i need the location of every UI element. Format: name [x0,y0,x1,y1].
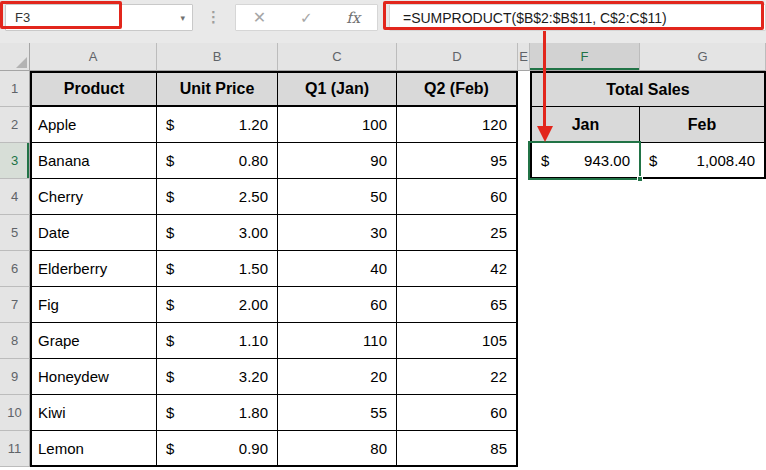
row-header-4[interactable]: 4 [0,179,30,215]
cell-a1[interactable]: Product [30,71,157,107]
cell-e2[interactable] [518,107,530,143]
cell-g6[interactable] [640,251,766,287]
cell-a8[interactable]: Grape [30,323,157,359]
cell-b9[interactable]: $3.20 [157,359,278,395]
cell-b10[interactable]: $1.80 [157,395,278,431]
cell-d9[interactable]: 22 [397,359,518,395]
cell-b8[interactable]: $1.10 [157,323,278,359]
cell-e8[interactable] [518,323,530,359]
cell-f10[interactable] [530,395,640,431]
cell-c3[interactable]: 90 [278,143,397,179]
cell-c10[interactable]: 55 [278,395,397,431]
cell-a7[interactable]: Fig [30,287,157,323]
cell-b6[interactable]: $1.50 [157,251,278,287]
cell-b1[interactable]: Unit Price [157,71,278,107]
cell-f3-selected[interactable]: $943.00 [530,143,640,179]
cell-g2-feb[interactable]: Feb [640,107,766,143]
cell-d5[interactable]: 25 [397,215,518,251]
cell-g5[interactable] [640,215,766,251]
cell-c7[interactable]: 60 [278,287,397,323]
cell-a5[interactable]: Date [30,215,157,251]
cell-d10[interactable]: 60 [397,395,518,431]
cell-d7[interactable]: 65 [397,287,518,323]
enter-icon[interactable]: ✓ [300,9,313,27]
cell-c2[interactable]: 100 [278,107,397,143]
cell-a3[interactable]: Banana [30,143,157,179]
select-all-corner[interactable] [0,43,30,71]
cell-a10[interactable]: Kiwi [30,395,157,431]
row-header-11[interactable]: 11 [0,431,30,467]
cell-c8[interactable]: 110 [278,323,397,359]
cell-g3[interactable]: $1,008.40 [640,143,766,179]
column-header-e[interactable]: E [518,43,530,71]
cell-a4[interactable]: Cherry [30,179,157,215]
cancel-icon[interactable]: ✕ [253,8,266,27]
cell-d8[interactable]: 105 [397,323,518,359]
cell-c5[interactable]: 30 [278,215,397,251]
cell-a6[interactable]: Elderberry [30,251,157,287]
cell-e1[interactable] [518,71,530,107]
cell-b3[interactable]: $0.80 [157,143,278,179]
cell-f9[interactable] [530,359,640,395]
cell-c4[interactable]: 50 [278,179,397,215]
cell-g4[interactable] [640,179,766,215]
cell-a9[interactable]: Honeydew [30,359,157,395]
cell-e5[interactable] [518,215,530,251]
cell-b2[interactable]: $1.20 [157,107,278,143]
column-header-g[interactable]: G [640,43,766,71]
row-header-10[interactable]: 10 [0,395,30,431]
cell-f6[interactable] [530,251,640,287]
cell-c1[interactable]: Q1 (Jan) [278,71,397,107]
cell-d2[interactable]: 120 [397,107,518,143]
cell-c11[interactable]: 80 [278,431,397,467]
cell-d1[interactable]: Q2 (Feb) [397,71,518,107]
cell-d11[interactable]: 85 [397,431,518,467]
cell-f5[interactable] [530,215,640,251]
cell-e9[interactable] [518,359,530,395]
cell-d4[interactable]: 60 [397,179,518,215]
cell-d3[interactable]: 95 [397,143,518,179]
cell-g9[interactable] [640,359,766,395]
cell-b4[interactable]: $2.50 [157,179,278,215]
cell-d6[interactable]: 42 [397,251,518,287]
cell-g7[interactable] [640,287,766,323]
name-box-dropdown-icon[interactable]: ▾ [180,13,185,23]
column-header-c[interactable]: C [278,43,397,71]
row-header-1[interactable]: 1 [0,71,30,107]
cell-g8[interactable] [640,323,766,359]
row-header-2[interactable]: 2 [0,107,30,143]
cell-f4[interactable] [530,179,640,215]
cell-c6[interactable]: 40 [278,251,397,287]
cell-b11[interactable]: $0.90 [157,431,278,467]
row-header-5[interactable]: 5 [0,215,30,251]
row-header-7[interactable]: 7 [0,287,30,323]
cell-f11[interactable] [530,431,640,467]
row-header-6[interactable]: 6 [0,251,30,287]
cell-e6[interactable] [518,251,530,287]
column-header-b[interactable]: B [157,43,278,71]
column-header-a[interactable]: A [30,43,157,71]
row-header-3[interactable]: 3 [0,143,30,179]
row-header-8[interactable]: 8 [0,323,30,359]
spreadsheet-grid: A B C D E F G 1 Product Unit Price Q1 (J… [0,43,766,467]
cell-f7[interactable] [530,287,640,323]
cell-g10[interactable] [640,395,766,431]
row-header-9[interactable]: 9 [0,359,30,395]
price-value: 1.10 [239,332,268,349]
cell-e11[interactable] [518,431,530,467]
cell-a2[interactable]: Apple [30,107,157,143]
column-header-d[interactable]: D [397,43,518,71]
cell-e4[interactable] [518,179,530,215]
cell-g11[interactable] [640,431,766,467]
cell-a11[interactable]: Lemon [30,431,157,467]
cell-e10[interactable] [518,395,530,431]
cell-f1-total-sales[interactable]: Total Sales [530,71,766,107]
cell-c9[interactable]: 20 [278,359,397,395]
cell-b7[interactable]: $2.00 [157,287,278,323]
insert-function-icon[interactable]: fx [346,9,360,27]
cell-f8[interactable] [530,323,640,359]
cell-e3[interactable] [518,143,530,179]
cell-b5[interactable]: $3.00 [157,215,278,251]
cell-e7[interactable] [518,287,530,323]
column-header-f[interactable]: F [530,43,640,71]
